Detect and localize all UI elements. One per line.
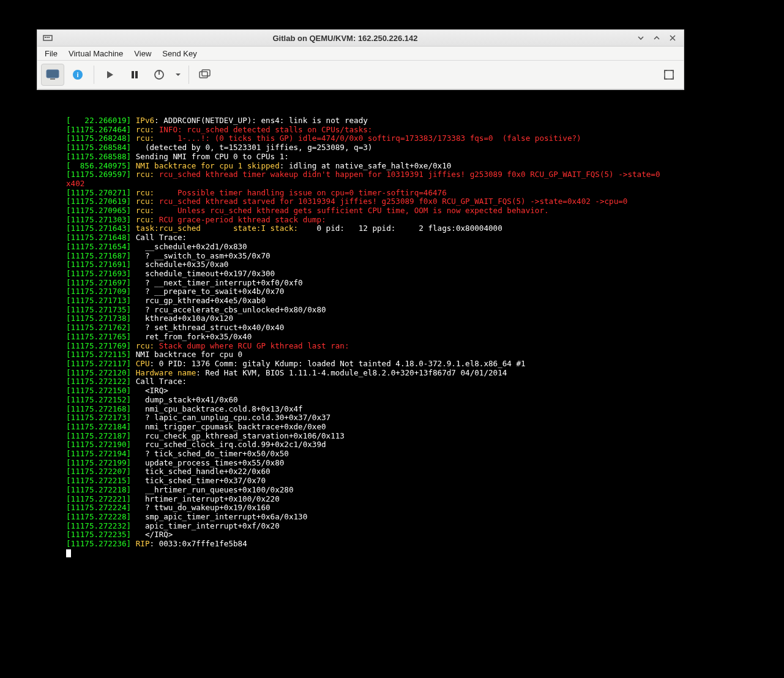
console-line: [11175.272173] ? lapic_can_unplug_cpu.co… [66,413,660,423]
svg-rect-0 [47,70,59,78]
svg-text:i: i [77,71,78,78]
console-line: [11175.272218] __hrtimer_run_queues+0x10… [66,486,660,495]
console-line: [11175.272150] <IRQ> [66,386,660,396]
toolbar-separator [94,66,94,84]
console-line: [11175.271643] task:rcu_sched state:I st… [66,224,660,233]
svg-rect-10 [665,70,673,79]
console-line: [11175.272120] Hardware name: Red Hat KV… [66,369,660,378]
console-line: [11175.272215] tick_sched_timer+0x37/0x7… [66,476,660,486]
console-line: [11175.272117] CPU: 0 PID: 1376 Comm: gi… [66,360,660,369]
vm-console[interactable]: [ 22.266019] IPv6: ADDRCONF(NETDEV_UP): … [66,116,660,557]
console-line: [ 22.266019] IPv6: ADDRCONF(NETDEV_UP): … [66,116,660,126]
console-line: [11175.271762] ? set_kthread_struct+0x40… [66,323,660,333]
power-button[interactable] [148,64,170,85]
console-line: [11175.271738] kthread+0x10a/0x120 [66,314,660,323]
console-line: [11175.268584] (detected by 0, t=1523301… [66,143,660,153]
console-line: [11175.272168] nmi_cpu_backtrace.cold.8+… [66,405,660,414]
console-line: [11175.272236] RIP: 0033:0x7fffe1fe5b84 [66,540,660,549]
console-line: [11175.271648] Call Trace: [66,233,660,243]
console-line: [11175.272224] ? ttwu_do_wakeup+0x19/0x1… [66,503,660,513]
svg-rect-4 [132,71,134,78]
console-line: [11175.271691] schedule+0x35/0xa0 [66,260,660,269]
console-line: [11175.271693] schedule_timeout+0x197/0x… [66,269,660,279]
menu-virtual-machine[interactable]: Virtual Machine [64,48,128,59]
console-line: [11175.271713] rcu_gp_kthread+0x4e5/0xab… [66,296,660,306]
svg-rect-9 [202,70,210,76]
console-line: [11175.271697] ? __next_timer_interrupt+… [66,279,660,288]
snapshot-button[interactable] [194,64,216,85]
console-line: [11175.272152] dump_stack+0x41/0x60 [66,396,660,405]
menu-file[interactable]: File [40,48,62,59]
menu-send-key[interactable]: Send Key [157,48,201,59]
cursor [66,549,71,557]
pause-button[interactable] [124,64,146,85]
console-line: [11175.271654] __schedule+0x2d1/0x830 [66,243,660,252]
toolbar-separator-2 [189,66,189,84]
menubar: File Virtual Machine View Send Key [37,47,684,61]
console-line: [ 856.240975] NMI backtrace for cpu 1 sk… [66,162,660,171]
console-line: [11175.271769] rcu: Stack dump where RCU… [66,342,660,351]
console-line: [11175.272122] Call Trace: [66,377,660,386]
svg-rect-8 [200,72,207,78]
console-line: [11175.271765] ret_from_fork+0x35/0x40 [66,333,660,342]
console-line: [11175.271303] rcu: RCU grace-period kth… [66,216,660,225]
run-button[interactable] [99,64,121,85]
menu-view[interactable]: View [129,48,156,59]
console-line: [11175.271709] ? __prepare_to_swait+0x4b… [66,287,660,296]
console-line: [11175.270619] rcu: rcu_sched kthread st… [66,197,660,206]
console-button[interactable] [41,64,64,86]
toolbar: i [37,61,684,89]
console-line: [11175.267464] rcu: INFO: rcu_sched dete… [66,126,660,135]
fullscreen-button[interactable] [658,64,680,85]
svg-rect-1 [50,78,55,80]
console-line: [11175.272187] rcu_check_gp_kthread_star… [66,432,660,441]
console-line: [11175.272207] tick_sched_handle+0x22/0x… [66,467,660,476]
console-line: [11175.271735] ? rcu_accelerate_cbs_unlo… [66,306,660,315]
console-line: [11175.272184] nmi_trigger_cpumask_backt… [66,423,660,432]
window-title: Gitlab on QEMU/KVM: 162.250.226.142 [53,34,637,43]
console-line: [11175.270965] rcu: Unless rcu_sched kth… [66,206,660,216]
close-icon[interactable] [669,34,679,42]
console-line: [11175.272190] rcu_sched_clock_irq.cold.… [66,440,660,450]
console-line: [11175.272115] NMI backtrace for cpu 0 [66,350,660,360]
console-line: [11175.272235] </IRQ> [66,530,660,540]
minimize-icon[interactable] [637,34,647,42]
console-line: [11175.269597] rcu: rcu_sched kthread ti… [66,170,660,179]
console-line: x402 [66,179,660,189]
titlebar[interactable]: Gitlab on QEMU/KVM: 162.250.226.142 [37,30,684,47]
console-line: [11175.271687] ? __switch_to_asm+0x35/0x… [66,252,660,261]
console-line: [11175.272194] ? tick_sched_do_timer+0x5… [66,450,660,459]
vm-window: Gitlab on QEMU/KVM: 162.250.226.142 File… [37,29,684,90]
console-line: [11175.268588] Sending NMI from CPU 0 to… [66,153,660,162]
maximize-icon[interactable] [653,34,663,42]
console-line: [11175.272232] apic_timer_interrupt+0xf/… [66,522,660,531]
power-menu-dropdown[interactable] [173,64,184,85]
app-icon [42,32,53,43]
svg-rect-5 [135,71,138,78]
console-line: [11175.272221] hrtimer_interrupt+0x100/0… [66,495,660,504]
console-line: [11175.270271] rcu: Possible timer handl… [66,189,660,198]
console-line: [11175.272199] update_process_times+0x55… [66,459,660,468]
details-button[interactable]: i [67,64,89,85]
console-line: [11175.268248] rcu: 1-...!: (0 ticks thi… [66,134,660,143]
console-line: [11175.272228] smp_apic_timer_interrupt+… [66,513,660,522]
